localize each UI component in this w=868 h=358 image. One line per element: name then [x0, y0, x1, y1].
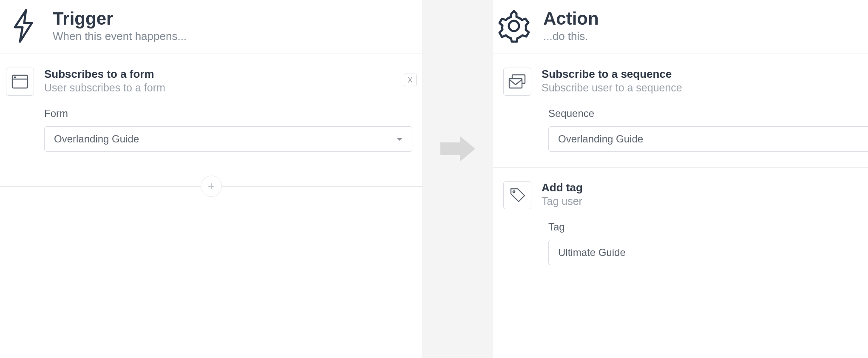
sequence-select[interactable]: Overlanding Guide: [548, 126, 868, 152]
action-step-title: Subscribe to a sequence: [542, 68, 682, 81]
trigger-event-subtitle: User subscribes to a form: [44, 82, 165, 94]
add-trigger-button[interactable]: +: [201, 176, 222, 197]
trigger-event-card: X Subscribes to a form User subscribes t…: [0, 54, 423, 152]
envelope-stack-icon: [503, 68, 531, 96]
tag-icon: [503, 181, 531, 209]
close-icon: X: [408, 77, 412, 84]
svg-point-4: [509, 21, 519, 31]
add-trigger-divider: +: [0, 176, 423, 197]
form-select[interactable]: Overlanding Guide: [44, 126, 412, 152]
action-step-title: Add tag: [542, 181, 583, 194]
action-step-card: Subscribe to a sequence Subscribe user t…: [493, 54, 868, 152]
action-subtitle: ...do this.: [543, 30, 599, 43]
trigger-subtitle: When this event happens...: [53, 30, 187, 43]
svg-point-7: [513, 191, 515, 193]
chevron-down-icon: [397, 138, 403, 141]
trigger-event-title: Subscribes to a form: [44, 68, 165, 81]
action-column: Action ...do this. Subscribe to a s: [493, 0, 868, 358]
svg-marker-0: [15, 10, 32, 42]
trigger-header: Trigger When this event happens...: [0, 0, 423, 54]
arrow-right-icon: [440, 136, 475, 162]
action-step-subtitle: Tag user: [542, 195, 583, 207]
flow-arrow-gutter: [423, 0, 493, 358]
svg-rect-3: [14, 77, 16, 78]
form-field-label: Form: [44, 108, 412, 119]
trigger-title: Trigger: [53, 9, 187, 28]
action-step-subtitle: Subscribe user to a sequence: [542, 82, 682, 94]
gear-icon: [496, 9, 531, 43]
action-header: Action ...do this.: [493, 0, 868, 54]
sequence-select-value: Overlanding Guide: [558, 133, 643, 145]
tag-select-value: Ultimate Guide: [558, 247, 626, 259]
svg-rect-6: [509, 79, 522, 88]
tag-select[interactable]: Ultimate Guide: [548, 240, 868, 265]
plus-icon: +: [208, 180, 215, 192]
remove-trigger-button[interactable]: X: [404, 74, 417, 86]
action-step-card: Add tag Tag user Tag Ultimate Guide: [493, 168, 868, 265]
trigger-column: Trigger When this event happens... X Sub…: [0, 0, 423, 358]
action-title: Action: [543, 9, 599, 28]
tag-field-label: Tag: [548, 221, 868, 233]
form-select-value: Overlanding Guide: [54, 133, 139, 145]
form-icon: [6, 68, 34, 96]
lightning-icon: [6, 9, 41, 43]
sequence-field-label: Sequence: [548, 108, 868, 119]
